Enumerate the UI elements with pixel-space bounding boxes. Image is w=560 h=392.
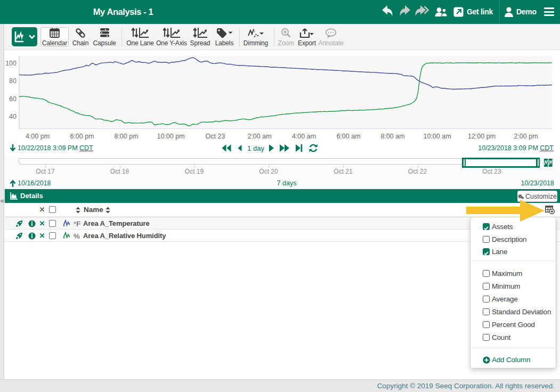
svg-text:40: 40 xyxy=(9,113,17,120)
svg-text:80: 80 xyxy=(9,77,17,85)
svg-text:100: 100 xyxy=(5,60,17,67)
svg-text:60: 60 xyxy=(9,95,17,103)
